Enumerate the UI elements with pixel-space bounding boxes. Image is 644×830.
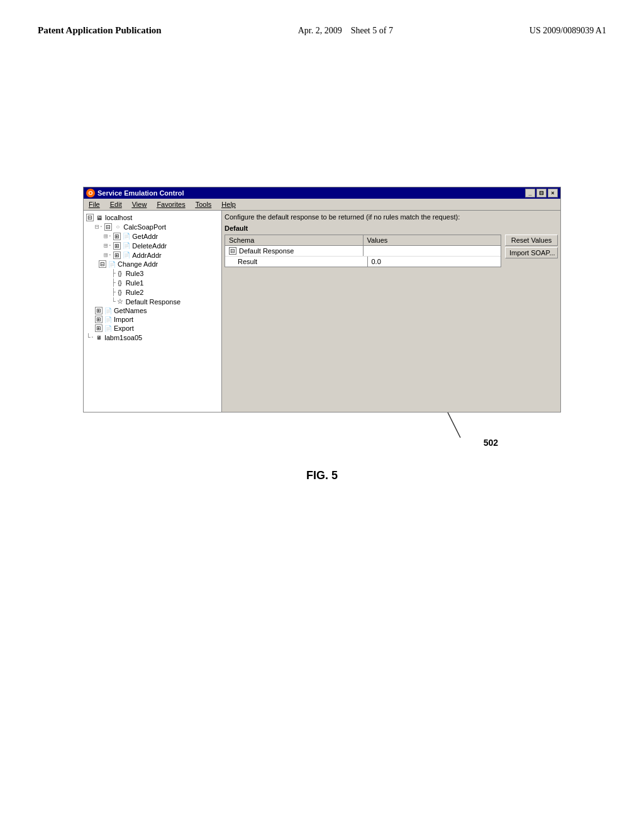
tree-node-default-response[interactable]: └ ☆ Default Response (86, 297, 219, 306)
column-schema: Schema (225, 235, 364, 245)
import-soap-button[interactable]: Import SOAP... (505, 247, 558, 258)
expander-import[interactable]: ⊞ (95, 316, 103, 323)
tree-node-getnames[interactable]: ⊞ 📄 GetNames (86, 306, 219, 315)
menu-view[interactable]: View (130, 200, 150, 209)
label-default-response-row: Default Response (239, 247, 294, 255)
right-panel: Configure the default response to be ret… (222, 211, 560, 412)
main-content: O Service Emulation Control _ ⊟ × File E… (0, 48, 644, 463)
svg-line-0 (448, 412, 460, 438)
icon-getaddr: 📄 (122, 233, 131, 240)
info-text: Configure the default response to be ret… (225, 213, 558, 221)
title-bar: O Service Emulation Control _ ⊟ × (84, 187, 560, 199)
expander-deleteaddr[interactable]: ⊞ (113, 242, 121, 250)
table-row-default[interactable]: ⊟ Default Response (225, 246, 501, 257)
data-table: Schema Values ⊟ Default Response (225, 235, 501, 267)
window-body: ⊟ 🖥 localhost ⊟· ⊟ ○ CalcSoapPort ⊞· ⊞ 📄… (84, 211, 560, 412)
label-rule3: Rule3 (126, 270, 144, 277)
menu-edit[interactable]: Edit (108, 200, 125, 209)
title-controls[interactable]: _ ⊟ × (525, 189, 558, 197)
patent-date: Apr. 2, 2009 Sheet 5 of 7 (298, 26, 393, 36)
expander-getnames[interactable]: ⊞ (95, 307, 103, 314)
app-window: O Service Emulation Control _ ⊟ × File E… (83, 187, 561, 412)
label-labm1soa05: labm1soa05 (104, 334, 142, 341)
menu-help[interactable]: Help (219, 200, 238, 209)
column-values: Values (364, 235, 501, 245)
app-icon: O (86, 189, 95, 197)
window-title: Service Emulation Control (97, 189, 184, 197)
tree-node-changeaddr[interactable]: ⊟ 📄 Change Addr (86, 260, 219, 268)
maximize-button[interactable]: ⊟ (536, 189, 547, 197)
callout-line-svg (423, 412, 473, 450)
figure-caption: FIG. 5 (0, 469, 644, 482)
expander-getaddr[interactable]: ⊞ (113, 233, 121, 240)
callout-label: 502 (484, 438, 498, 448)
expander-localhost[interactable]: ⊟ (86, 214, 94, 221)
menu-file[interactable]: File (86, 200, 103, 209)
label-rule1: Rule1 (126, 279, 144, 287)
label-addraddr: AddrAddr (132, 252, 161, 259)
menu-tools[interactable]: Tools (193, 200, 214, 209)
table-row-result[interactable]: Result 0.0 (225, 257, 501, 267)
label-import: Import (114, 316, 133, 323)
label-changeaddr: Change Addr (118, 260, 158, 268)
label-getaddr: GetAddr (132, 233, 158, 240)
cell-schema-default: ⊟ Default Response (225, 246, 364, 256)
menu-bar: File Edit View Favorites Tools Help (84, 199, 560, 211)
tree-node-deleteaddr[interactable]: ⊞· ⊞ 📄 DeleteAddr (86, 241, 219, 250)
label-rule2: Rule2 (126, 289, 144, 296)
expander-export[interactable]: ⊞ (95, 324, 103, 332)
label-default-response: Default Response (126, 298, 180, 306)
icon-rule3: {} (116, 270, 125, 277)
patent-header: Patent Application Publication Apr. 2, 2… (0, 0, 644, 48)
icon-export: 📄 (104, 324, 113, 332)
icon-addraddr: 📄 (122, 252, 131, 259)
label-localhost: localhost (105, 214, 132, 221)
callout-area: 502 (83, 412, 561, 450)
label-calcsoapport: CalcSoapPort (123, 223, 166, 231)
tree-node-localhost[interactable]: ⊟ 🖥 localhost (86, 213, 219, 222)
icon-rule1: {} (116, 279, 125, 287)
expander-addraddr[interactable]: ⊞ (113, 252, 121, 259)
minimize-button[interactable]: _ (525, 189, 535, 197)
icon-deleteaddr: 📄 (122, 242, 131, 250)
tree-node-calcsoapport[interactable]: ⊟· ⊟ ○ CalcSoapPort (86, 222, 219, 231)
icon-localhost: 🖥 (95, 214, 104, 221)
menu-favorites[interactable]: Favorites (154, 200, 187, 209)
cell-value-default (364, 246, 501, 256)
expander-changeaddr[interactable]: ⊟ (99, 260, 106, 268)
icon-default-response: ☆ (116, 298, 125, 306)
title-bar-left: O Service Emulation Control (86, 189, 184, 197)
label-deleteaddr: DeleteAddr (132, 242, 167, 250)
tree-node-export[interactable]: ⊞ 📄 Export (86, 324, 219, 333)
tree-panel[interactable]: ⊟ 🖥 localhost ⊟· ⊟ ○ CalcSoapPort ⊞· ⊞ 📄… (84, 211, 222, 412)
tree-node-import[interactable]: ⊞ 📄 Import (86, 315, 219, 324)
table-header: Schema Values (225, 235, 501, 246)
cell-value-result: 0.0 (368, 257, 501, 267)
section-label: Default (225, 224, 558, 232)
icon-import: 📄 (104, 316, 113, 323)
label-export: Export (114, 324, 134, 332)
tree-node-rule2[interactable]: ├ {} Rule2 (86, 287, 219, 297)
patent-number: US 2009/0089039 A1 (530, 26, 606, 36)
icon-rule2: {} (116, 289, 125, 296)
patent-title: Patent Application Publication (38, 25, 162, 36)
table-container: Schema Values ⊟ Default Response (225, 235, 558, 267)
tree-node-getaddr[interactable]: ⊞· ⊞ 📄 GetAddr (86, 231, 219, 241)
tree-node-addraddr[interactable]: ⊞· ⊞ 📄 AddrAddr (86, 250, 219, 260)
close-button[interactable]: × (548, 189, 558, 197)
reset-values-button[interactable]: Reset Values (505, 235, 558, 246)
expander-calcsoapport[interactable]: ⊟ (104, 223, 112, 231)
tree-node-rule3[interactable]: ├ {} Rule3 (86, 268, 219, 278)
tree-node-labm1soa05[interactable]: └· 🖥 labm1soa05 (86, 333, 219, 342)
label-getnames: GetNames (114, 307, 147, 314)
icon-getnames: 📄 (104, 307, 113, 314)
cell-schema-result: Result (225, 257, 368, 267)
tree-node-rule1[interactable]: ├ {} Rule1 (86, 278, 219, 287)
icon-calcsoapport: ○ (113, 223, 122, 231)
checkbox-default[interactable]: ⊟ (229, 247, 236, 255)
icon-changeaddr: 📄 (108, 260, 116, 268)
button-panel: Reset Values Import SOAP... (505, 235, 558, 258)
icon-labm1soa05: 🖥 (94, 334, 103, 341)
